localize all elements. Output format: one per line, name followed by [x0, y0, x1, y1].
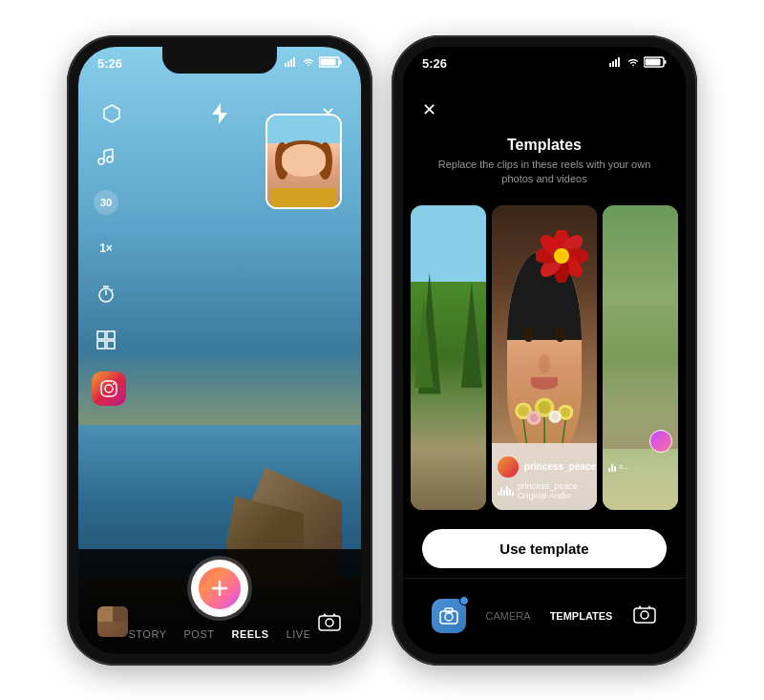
svg-line-17 — [112, 289, 114, 291]
audio-bars-icon — [498, 486, 514, 496]
templates-header: ✕ Templates Replace the clips in these r… — [403, 89, 686, 197]
selfie-person — [267, 116, 340, 207]
wifi-icon-right — [626, 57, 640, 67]
timer-icon-button[interactable]: 30 — [92, 188, 120, 217]
svg-rect-18 — [97, 331, 105, 339]
camera-bottom-bar: STORY POST REELS LIVE — [78, 549, 361, 654]
templates-screen: 5:26 — [403, 47, 686, 654]
shutter-plus-icon — [209, 578, 230, 599]
svg-point-45 — [557, 251, 566, 261]
status-icons-left — [285, 56, 342, 68]
svg-rect-35 — [646, 58, 661, 65]
close-icon-label: ✕ — [422, 100, 436, 119]
svg-rect-6 — [321, 58, 336, 65]
timer-label: 30 — [94, 190, 118, 215]
svg-point-24 — [113, 383, 115, 385]
reel-left[interactable] — [411, 205, 486, 509]
use-template-button[interactable]: Use template — [422, 529, 667, 568]
svg-marker-8 — [212, 103, 227, 124]
right-phone-screen: 5:26 — [403, 47, 686, 654]
flash-icon-button[interactable] — [205, 99, 234, 128]
tab-story[interactable]: STORY — [129, 628, 167, 640]
templates-bottom-nav: CAMERA TEMPLATES — [403, 578, 686, 654]
shutter-inner — [199, 567, 241, 609]
svg-rect-29 — [609, 63, 611, 67]
svg-rect-19 — [107, 331, 115, 339]
speed-icon-button[interactable]: 1× — [92, 234, 120, 263]
signal-icon — [285, 57, 298, 67]
camera-nav-badge — [459, 596, 469, 605]
reel-center[interactable]: princess_peace — [492, 205, 597, 509]
tab-post[interactable]: POST — [184, 628, 215, 640]
camera-flip-icon — [317, 611, 342, 632]
status-time-left: 5:26 — [97, 56, 122, 71]
svg-point-13 — [107, 157, 113, 162]
templates-close-button[interactable]: ✕ — [422, 99, 436, 120]
svg-point-49 — [538, 401, 550, 414]
battery-icon-right — [644, 56, 667, 68]
flip-camera-button[interactable] — [317, 611, 342, 637]
stopwatch-icon — [96, 285, 116, 304]
reel-right[interactable]: s... — [603, 205, 678, 509]
status-time-right: 5:26 — [422, 56, 447, 71]
camera-mode-tabs: STORY POST REELS LIVE — [129, 628, 311, 640]
left-phone-screen: 5:26 — [78, 47, 361, 654]
creator-username: princess_peace — [524, 461, 596, 472]
red-flower — [536, 230, 588, 283]
camera-nav-icon[interactable] — [432, 599, 466, 633]
reel-left-bg — [411, 205, 486, 509]
audio-label: princess_peace · Original Audio — [518, 481, 591, 500]
reels-container: princess_peace — [403, 196, 686, 519]
reel-right-bg: s... — [603, 205, 678, 509]
tab-templates-label[interactable]: TEMPLATES — [550, 610, 613, 622]
svg-point-28 — [326, 619, 333, 626]
tab-camera-label[interactable]: CAMERA — [486, 610, 531, 622]
speed-label: 1× — [99, 242, 113, 255]
svg-rect-30 — [612, 61, 614, 67]
use-template-section: Use template — [403, 520, 686, 578]
svg-rect-31 — [615, 59, 617, 67]
status-icons-right — [609, 56, 667, 68]
right-reel-audio: s... — [608, 462, 629, 472]
tab-reels[interactable]: REELS — [231, 628, 268, 640]
svg-point-63 — [641, 611, 648, 619]
settings-icon-button[interactable] — [97, 99, 126, 128]
clock-icon-button[interactable] — [92, 280, 120, 308]
svg-rect-20 — [97, 341, 105, 349]
creator-avatar — [498, 456, 519, 477]
svg-rect-2 — [290, 59, 292, 67]
svg-point-47 — [518, 406, 529, 417]
status-bar-right: 5:26 — [403, 47, 686, 89]
templates-title: Templates — [507, 137, 582, 154]
svg-rect-61 — [445, 608, 453, 612]
camera-background: 5:26 — [78, 47, 361, 654]
gallery-thumbnail[interactable] — [97, 606, 128, 637]
signal-icon-right — [609, 57, 623, 67]
templates-subtitle: Replace the clips in these reels with yo… — [422, 158, 667, 187]
svg-point-60 — [445, 613, 453, 621]
music-icon-button[interactable] — [92, 142, 120, 171]
nav-flip-button[interactable] — [632, 604, 657, 629]
tab-live[interactable]: LIVE — [286, 628, 311, 640]
svg-marker-7 — [104, 105, 119, 122]
svg-point-53 — [530, 414, 539, 423]
avatar-row: princess_peace — [498, 456, 591, 477]
status-bar-left: 5:26 — [78, 47, 361, 89]
camera-side-icons: 30 1× — [92, 142, 120, 354]
instagram-logo-icon — [99, 379, 118, 398]
svg-point-55 — [551, 414, 558, 420]
nav-flip-camera-icon — [632, 604, 657, 625]
right-phone: 5:26 — [392, 35, 697, 666]
svg-rect-5 — [340, 60, 342, 64]
svg-point-51 — [561, 408, 570, 417]
shutter-button[interactable] — [191, 560, 248, 617]
grid-icon — [96, 330, 116, 350]
camera-icon — [439, 607, 458, 625]
selfie-preview[interactable] — [265, 114, 342, 209]
svg-point-23 — [105, 385, 113, 392]
grid-icon-button[interactable] — [92, 326, 120, 354]
phones-container: 5:26 — [0, 0, 764, 700]
instagram-icon-button[interactable] — [92, 371, 126, 406]
svg-rect-0 — [285, 63, 286, 67]
svg-rect-34 — [665, 60, 667, 64]
